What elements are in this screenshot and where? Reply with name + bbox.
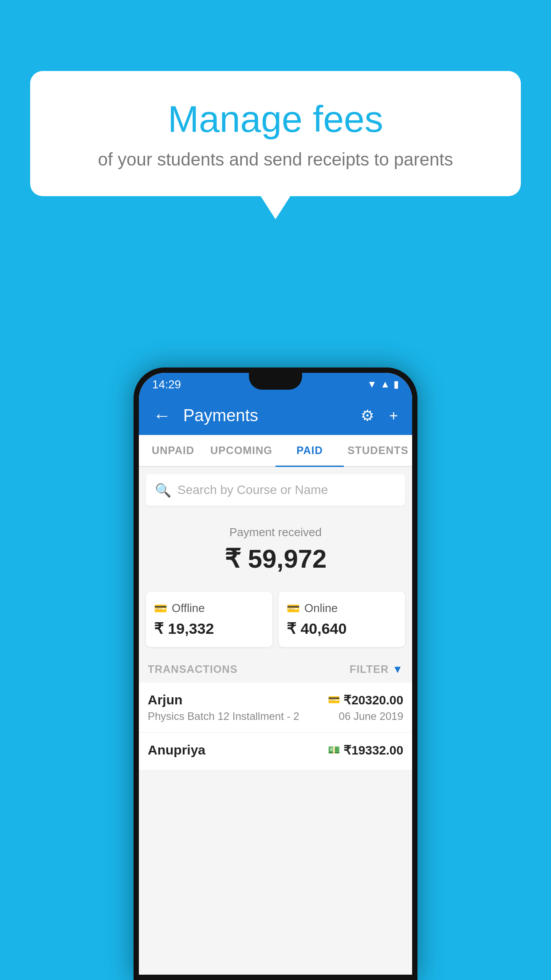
filter-icon: ▼	[392, 663, 403, 676]
online-amount: ₹ 40,640	[287, 620, 397, 637]
status-icons: ▼ ▲ ▮	[367, 379, 399, 390]
online-label: Online	[304, 601, 338, 615]
add-button[interactable]: +	[386, 403, 401, 428]
tab-unpaid[interactable]: UNPAID	[139, 435, 207, 466]
offline-card-header: 💳 Offline	[154, 601, 264, 615]
app-title: Payments	[183, 406, 348, 425]
bubble-title: Manage fees	[52, 98, 499, 141]
amount-value-2: ₹19332.00	[343, 743, 403, 758]
phone-frame: 14:29 ▼ ▲ ▮ ← Payments ⚙ + UNPAID	[134, 368, 417, 980]
tab-students[interactable]: STUDENTS	[344, 435, 412, 466]
bubble-subtitle: of your students and send receipts to pa…	[52, 150, 499, 170]
online-icon: 💳	[287, 602, 300, 615]
transaction-top-1: Arjun 💳 ₹20320.00	[148, 692, 403, 707]
app-bar: ← Payments ⚙ +	[139, 396, 412, 435]
battery-icon: ▮	[394, 379, 399, 390]
online-card: 💳 Online ₹ 40,640	[279, 592, 405, 647]
transaction-amount-1: 💳 ₹20320.00	[328, 693, 403, 707]
speech-bubble: Manage fees of your students and send re…	[30, 71, 521, 196]
back-button[interactable]: ←	[150, 402, 174, 429]
filter-label: FILTER	[350, 663, 389, 676]
settings-button[interactable]: ⚙	[357, 403, 378, 428]
phone-screen: 14:29 ▼ ▲ ▮ ← Payments ⚙ + UNPAID	[139, 373, 412, 975]
wifi-icon: ▼	[367, 379, 377, 390]
transaction-row-anupriya[interactable]: Anupriya 💵 ₹19332.00	[139, 733, 412, 771]
online-card-header: 💳 Online	[287, 601, 397, 615]
student-name-1: Arjun	[148, 692, 182, 707]
offline-icon: 💳	[154, 602, 167, 615]
tab-upcoming[interactable]: UPCOMING	[207, 435, 276, 466]
search-icon: 🔍	[155, 482, 171, 498]
offline-amount: ₹ 19,332	[154, 620, 264, 637]
payment-received-label: Payment received	[148, 526, 403, 539]
payment-type-icon-1: 💳	[328, 694, 340, 706]
offline-label: Offline	[172, 601, 205, 615]
content-area: 🔍 Search by Course or Name Payment recei…	[139, 467, 412, 975]
status-time: 14:29	[152, 378, 181, 391]
course-name-1: Physics Batch 12 Installment - 2	[148, 710, 299, 723]
transaction-date-1: 06 June 2019	[339, 710, 403, 723]
transactions-label: TRANSACTIONS	[148, 663, 238, 676]
status-bar: 14:29 ▼ ▲ ▮	[139, 373, 412, 396]
app-bar-actions: ⚙ +	[357, 403, 401, 428]
transaction-row-arjun[interactable]: Arjun 💳 ₹20320.00 Physics Batch 12 Insta…	[139, 683, 412, 733]
offline-card: 💳 Offline ₹ 19,332	[146, 592, 272, 647]
tabs-bar: UNPAID UPCOMING PAID STUDENTS	[139, 435, 412, 467]
transaction-top-2: Anupriya 💵 ₹19332.00	[148, 743, 403, 758]
transactions-header: TRANSACTIONS FILTER ▼	[139, 656, 412, 683]
transaction-bottom-1: Physics Batch 12 Installment - 2 06 June…	[148, 710, 403, 723]
payment-type-icon-2: 💵	[328, 744, 340, 756]
tab-paid[interactable]: PAID	[276, 435, 344, 466]
background: Manage fees of your students and send re…	[0, 0, 551, 980]
amount-value-1: ₹20320.00	[343, 693, 403, 707]
search-placeholder: Search by Course or Name	[177, 483, 328, 497]
search-bar[interactable]: 🔍 Search by Course or Name	[146, 474, 405, 506]
student-name-2: Anupriya	[148, 743, 205, 758]
transaction-amount-2: 💵 ₹19332.00	[328, 743, 403, 758]
payment-cards: 💳 Offline ₹ 19,332 💳 Online ₹ 40,640	[139, 592, 412, 656]
payment-total-amount: ₹ 59,972	[148, 544, 403, 574]
payment-summary: Payment received ₹ 59,972	[139, 513, 412, 592]
notch	[249, 373, 302, 390]
signal-icon: ▲	[380, 379, 390, 390]
filter-button[interactable]: FILTER ▼	[350, 663, 403, 676]
